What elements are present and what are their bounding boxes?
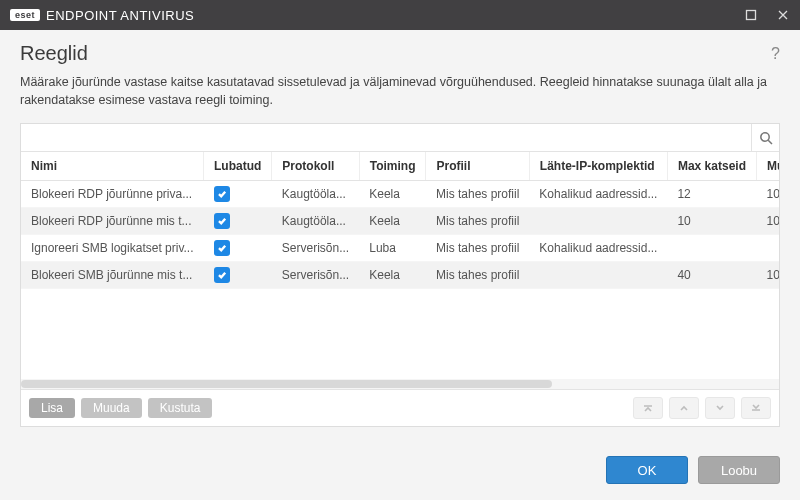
col-source-ip[interactable]: Lähte-IP-komplektid <box>529 152 667 181</box>
dialog-footer: OK Loobu <box>20 440 780 500</box>
cell-blacklist: 10 <box>756 208 779 235</box>
search-row <box>21 124 779 152</box>
enabled-checkbox[interactable] <box>214 267 230 283</box>
cell-source-ip: Kohalikud aadressid... <box>529 235 667 262</box>
product-title: ENDPOINT ANTIVIRUS <box>46 8 194 23</box>
add-button[interactable]: Lisa <box>29 398 75 418</box>
col-action[interactable]: Toiming <box>359 152 426 181</box>
cell-profile: Mis tahes profiil <box>426 181 529 208</box>
move-top-button[interactable] <box>633 397 663 419</box>
table-row[interactable]: Blokeeri RDP jõurünne mis t...Kaugtööla.… <box>21 208 779 235</box>
minimize-button[interactable] <box>744 8 758 22</box>
cell-name: Ignoreeri SMB logikatset priv... <box>21 235 204 262</box>
move-down-button[interactable] <box>705 397 735 419</box>
edit-button[interactable]: Muuda <box>81 398 142 418</box>
cell-max-attempts: 12 <box>667 181 756 208</box>
cell-source-ip: Kohalikud aadressid... <box>529 181 667 208</box>
page-description: Määrake jõuründe vastase kaitse kasutata… <box>20 73 780 109</box>
search-button[interactable] <box>751 124 779 151</box>
cell-blacklist: 10 <box>756 181 779 208</box>
page-title: Reeglid <box>20 42 88 65</box>
cell-enabled <box>204 262 272 289</box>
brand-badge: eset <box>10 9 40 21</box>
search-input[interactable] <box>21 124 751 151</box>
col-enabled[interactable]: Lubatud <box>204 152 272 181</box>
move-bottom-button[interactable] <box>741 397 771 419</box>
col-blacklist[interactable]: Mustas nim <box>756 152 779 181</box>
cell-profile: Mis tahes profiil <box>426 235 529 262</box>
cell-max-attempts: 10 <box>667 208 756 235</box>
delete-button[interactable]: Kustuta <box>148 398 213 418</box>
table-row[interactable]: Blokeeri SMB jõurünne mis t...Serverisõn… <box>21 262 779 289</box>
cell-action: Keela <box>359 181 426 208</box>
panel-actions: Lisa Muuda Kustuta <box>21 390 779 426</box>
svg-rect-0 <box>747 11 756 20</box>
col-protocol[interactable]: Protokoll <box>272 152 359 181</box>
cell-protocol: Serverisõn... <box>272 262 359 289</box>
enabled-checkbox[interactable] <box>214 240 230 256</box>
ok-button[interactable]: OK <box>606 456 688 484</box>
cell-protocol: Kaugtööla... <box>272 208 359 235</box>
rules-table-wrap[interactable]: Nimi Lubatud Protokoll Toiming Profiil L… <box>21 152 779 390</box>
titlebar: eset ENDPOINT ANTIVIRUS <box>0 0 800 30</box>
table-row[interactable]: Blokeeri RDP jõurünne priva...Kaugtööla.… <box>21 181 779 208</box>
cell-max-attempts <box>667 235 756 262</box>
cell-name: Blokeeri RDP jõurünne mis t... <box>21 208 204 235</box>
cell-enabled <box>204 208 272 235</box>
cell-blacklist: 10 <box>756 262 779 289</box>
cell-action: Keela <box>359 208 426 235</box>
cell-source-ip <box>529 262 667 289</box>
col-max-attempts[interactable]: Max katseid <box>667 152 756 181</box>
enabled-checkbox[interactable] <box>214 213 230 229</box>
cell-action: Keela <box>359 262 426 289</box>
scrollbar-thumb[interactable] <box>21 380 552 388</box>
cell-source-ip <box>529 208 667 235</box>
cell-name: Blokeeri SMB jõurünne mis t... <box>21 262 204 289</box>
rules-table: Nimi Lubatud Protokoll Toiming Profiil L… <box>21 152 779 289</box>
cell-max-attempts: 40 <box>667 262 756 289</box>
svg-point-1 <box>760 133 768 141</box>
col-name[interactable]: Nimi <box>21 152 204 181</box>
move-up-button[interactable] <box>669 397 699 419</box>
rules-panel: Nimi Lubatud Protokoll Toiming Profiil L… <box>20 123 780 427</box>
cell-blacklist <box>756 235 779 262</box>
cell-action: Luba <box>359 235 426 262</box>
cell-profile: Mis tahes profiil <box>426 262 529 289</box>
help-icon[interactable]: ? <box>771 45 780 63</box>
cancel-button[interactable]: Loobu <box>698 456 780 484</box>
enabled-checkbox[interactable] <box>214 186 230 202</box>
table-row[interactable]: Ignoreeri SMB logikatset priv...Serveris… <box>21 235 779 262</box>
cell-profile: Mis tahes profiil <box>426 208 529 235</box>
close-button[interactable] <box>776 8 790 22</box>
cell-name: Blokeeri RDP jõurünne priva... <box>21 181 204 208</box>
cell-protocol: Kaugtööla... <box>272 181 359 208</box>
col-profile[interactable]: Profiil <box>426 152 529 181</box>
cell-enabled <box>204 181 272 208</box>
cell-protocol: Serverisõn... <box>272 235 359 262</box>
horizontal-scrollbar[interactable] <box>21 379 779 389</box>
cell-enabled <box>204 235 272 262</box>
